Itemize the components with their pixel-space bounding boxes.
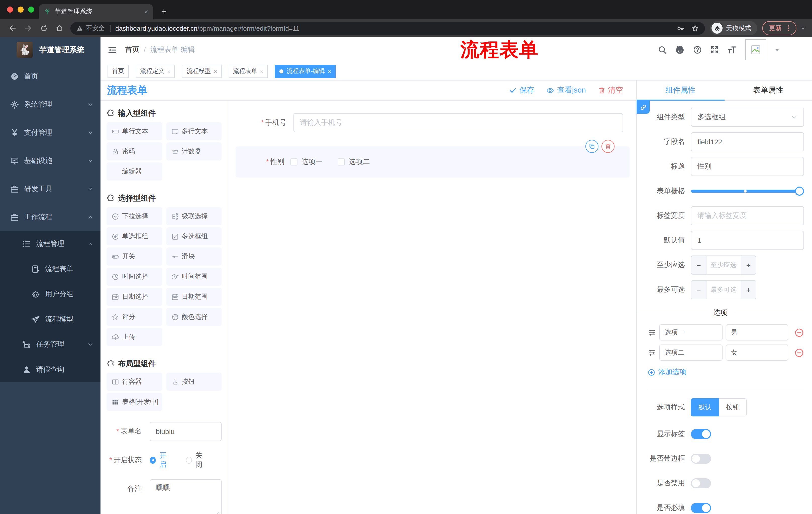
component-password[interactable]: 密码: [107, 142, 162, 160]
required-switch[interactable]: [691, 503, 711, 513]
bookmark-star-icon[interactable]: [691, 24, 699, 32]
stepper-decrease-button[interactable]: −: [691, 256, 706, 274]
form-canvas[interactable]: *手机号 请输入手机号 *性别: [229, 101, 636, 514]
browser-update-button[interactable]: 更新: [762, 21, 796, 35]
sidebar-collapse-icon[interactable]: [108, 45, 117, 55]
sidebar-item-process-model[interactable]: 流程模型: [0, 307, 100, 332]
component-table[interactable]: 表格[开发中]: [107, 393, 162, 411]
style-button-button[interactable]: 按钮: [719, 398, 747, 416]
canvas-field-gender-selected[interactable]: *性别 选项一 选项二: [236, 146, 630, 178]
delete-component-button[interactable]: [602, 140, 614, 153]
add-option-button[interactable]: 添加选项: [648, 368, 804, 377]
clear-button[interactable]: 清空: [598, 85, 623, 95]
breadcrumb-home[interactable]: 首页: [125, 45, 139, 54]
show-label-switch[interactable]: [691, 429, 711, 439]
kebab-menu-icon[interactable]: [785, 25, 792, 32]
toolbar-caret-icon[interactable]: [801, 25, 806, 31]
tag-close-icon[interactable]: ×: [214, 68, 217, 74]
component-color-picker[interactable]: 颜色选择: [166, 308, 222, 326]
label-width-input[interactable]: 请输入标签宽度: [691, 206, 804, 225]
component-time-picker[interactable]: 时间选择: [107, 268, 162, 286]
component-time-range[interactable]: 时间范围: [166, 268, 222, 286]
sidebar-item-system[interactable]: 系统管理: [0, 90, 100, 119]
option2-label-input[interactable]: 选项二: [659, 345, 722, 360]
stepper-decrease-button[interactable]: −: [691, 281, 706, 299]
checkbox-icon[interactable]: [338, 158, 345, 165]
sidebar-item-user-group[interactable]: 用户分组: [0, 282, 100, 307]
component-button[interactable]: 按钮: [166, 373, 222, 391]
component-radio-group[interactable]: 单选框组: [107, 227, 162, 245]
status-radio-on[interactable]: 开启: [150, 451, 172, 469]
option1-value-input[interactable]: 男: [725, 324, 788, 341]
sidebar-item-process-form[interactable]: 流程表单: [0, 256, 100, 282]
tab-form-props[interactable]: 表单属性: [724, 80, 812, 100]
sidebar-item-workflow[interactable]: 工作流程: [0, 203, 100, 231]
canvas-field-phone[interactable]: *手机号 请输入手机号: [229, 113, 623, 132]
component-type-select[interactable]: 多选框组: [691, 108, 804, 127]
component-multi-line-text[interactable]: 多行文本: [166, 122, 222, 140]
component-counter[interactable]: 计数器: [166, 142, 222, 160]
border-switch[interactable]: [691, 454, 711, 464]
max-select-input[interactable]: 最多可选: [706, 281, 741, 299]
font-size-icon[interactable]: [727, 45, 737, 55]
drag-handle-icon[interactable]: [648, 348, 656, 357]
remove-option-button[interactable]: [794, 348, 804, 357]
sidebar-item-home[interactable]: 首页: [0, 62, 100, 90]
field-name-input[interactable]: field122: [691, 132, 804, 152]
help-icon[interactable]: [693, 45, 702, 54]
fullscreen-icon[interactable]: [710, 45, 719, 54]
minimize-window-button[interactable]: [18, 6, 24, 12]
option2-value-input[interactable]: 女: [725, 345, 788, 360]
min-select-input[interactable]: 至少应选: [706, 256, 741, 274]
sidebar-item-devtools[interactable]: 研发工具: [0, 175, 100, 203]
avatar[interactable]: [745, 39, 766, 60]
tag-process-form[interactable]: 流程表单 ×: [229, 64, 268, 78]
avatar-caret-icon[interactable]: [774, 47, 780, 53]
tag-close-icon[interactable]: ×: [167, 68, 171, 74]
title-input[interactable]: 性别: [691, 157, 804, 176]
default-value-input[interactable]: 1: [691, 231, 804, 250]
forward-button[interactable]: [22, 22, 35, 35]
component-checkbox-group[interactable]: 多选框组: [166, 227, 222, 245]
sidebar-item-payment[interactable]: 支付管理: [0, 119, 100, 147]
form-remark-textarea[interactable]: 嘿嘿: [150, 479, 222, 514]
drag-handle-icon[interactable]: [648, 328, 656, 337]
tag-close-icon[interactable]: ×: [328, 68, 331, 74]
new-tab-button[interactable]: +: [161, 7, 167, 16]
component-row-container[interactable]: 行容器: [107, 373, 162, 391]
component-date-range[interactable]: 日期范围: [166, 288, 222, 306]
browser-tab[interactable]: 芋道管理系统 ×: [39, 4, 153, 19]
component-rate[interactable]: 评分: [107, 308, 162, 326]
component-select[interactable]: 下拉选择: [107, 207, 162, 225]
status-radio-off[interactable]: 关闭: [186, 451, 207, 469]
duplicate-component-button[interactable]: [585, 140, 599, 153]
tag-process-model[interactable]: 流程模型 ×: [182, 64, 222, 78]
component-upload[interactable]: 上传: [107, 328, 162, 346]
gender-checkbox-option2[interactable]: 选项二: [338, 157, 370, 166]
link-handle[interactable]: [637, 101, 650, 114]
component-single-line-text[interactable]: 单行文本: [107, 122, 162, 140]
view-json-button[interactable]: 查看json: [546, 85, 586, 95]
component-cascader[interactable]: 级联选择: [166, 207, 222, 225]
tag-close-icon[interactable]: ×: [260, 68, 264, 74]
disabled-switch[interactable]: [691, 478, 711, 488]
github-icon[interactable]: [675, 45, 685, 55]
stepper-increase-button[interactable]: +: [741, 256, 756, 274]
password-key-icon[interactable]: [677, 24, 685, 32]
back-button[interactable]: [6, 22, 19, 35]
zoom-window-button[interactable]: [28, 6, 34, 12]
phone-input[interactable]: 请输入手机号: [293, 113, 623, 132]
sidebar-item-process-mgmt[interactable]: 流程管理: [0, 231, 100, 256]
security-label[interactable]: 不安全: [86, 24, 105, 32]
address-bar[interactable]: 不安全 dashboard.yudao.iocoder.cn /bpm/mana…: [70, 22, 705, 34]
tab-close-icon[interactable]: ×: [144, 8, 148, 15]
checkbox-icon[interactable]: [290, 158, 297, 165]
component-switch[interactable]: 开关: [107, 247, 162, 266]
gender-checkbox-option1[interactable]: 选项一: [290, 157, 323, 166]
sidebar-item-leave-query[interactable]: 请假查询: [0, 357, 100, 382]
slider-thumb[interactable]: [795, 187, 804, 196]
tag-home[interactable]: 首页: [108, 64, 128, 78]
remove-option-button[interactable]: [794, 328, 804, 337]
tag-process-form-edit[interactable]: 流程表单-编辑 ×: [275, 64, 336, 78]
tag-process-definition[interactable]: 流程定义 ×: [136, 64, 175, 78]
